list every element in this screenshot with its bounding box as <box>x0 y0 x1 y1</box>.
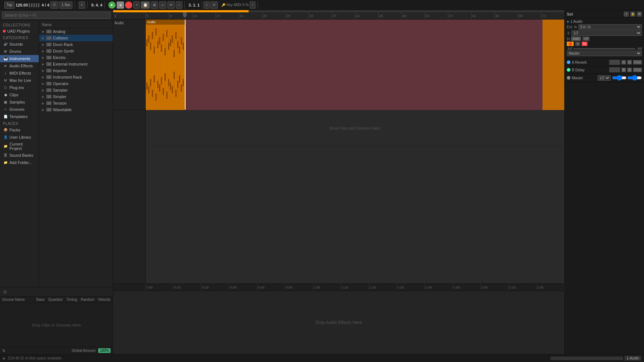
sidebar-item-user-library[interactable]: 👤 User Library <box>0 134 39 141</box>
send-b-solo-btn[interactable]: S <box>627 68 632 72</box>
time-sig-display[interactable]: 4 / 4 <box>42 3 49 7</box>
drum-synth-label: Drum Synth <box>53 49 74 53</box>
ruler-mark-5: 5 <box>146 12 169 19</box>
status-bar: ▶ 519:48:32 of disk space available. 1-A… <box>0 354 644 362</box>
bpm-display[interactable]: 120.00 <box>16 3 28 7</box>
instrument-item-collision[interactable]: ▶ ▪ Collision <box>39 35 113 41</box>
instrument-item-drum-rack[interactable]: ▶ ▪ Drum Rack <box>39 41 113 48</box>
pencil-icon[interactable]: ✐ <box>211 1 218 9</box>
sidebar-item-clips[interactable]: ◼ Clips <box>0 91 39 98</box>
cpu-meter <box>550 357 623 360</box>
sidebar-item-packs[interactable]: 📦 Packs <box>0 126 39 134</box>
templates-label: Templates <box>9 114 28 119</box>
time-210: 2:10 <box>508 284 536 291</box>
sidebar-item-sound-banks[interactable]: 🗄 Sound Banks <box>0 152 39 159</box>
browser-panel: Collections UAD Plugins Categories 🔊 Sou… <box>0 20 113 287</box>
instrument-item-drum-synth[interactable]: ▶ ▪ Drum Synth <box>39 48 113 54</box>
drum-synth-icon: ▪ <box>46 49 51 53</box>
send-a-solo-btn[interactable]: S <box>627 60 632 64</box>
detail-view-btn[interactable]: ▱ <box>159 1 166 9</box>
search-input[interactable] <box>2 12 111 19</box>
lock-icon[interactable]: 🔒 <box>630 12 635 17</box>
expand-btn[interactable]: › <box>250 1 255 9</box>
sidebar-item-uad-plugins[interactable]: UAD Plugins <box>0 28 39 34</box>
time-10: 0:10 <box>174 284 201 291</box>
master-route-select[interactable]: Master <box>567 51 642 56</box>
tap-button[interactable]: Tap <box>4 1 14 9</box>
monitor-off-btn[interactable]: Off <box>582 37 590 41</box>
sidebar-item-max-for-live[interactable]: M Max for Live <box>0 77 39 84</box>
record-button[interactable] <box>125 1 132 9</box>
sidebar-item-grooves[interactable]: ≈ Grooves <box>0 106 39 113</box>
sidebar-item-audio-effects[interactable]: ≋ Audio Effects <box>0 62 39 70</box>
master-controls <box>612 75 642 81</box>
sidebar-item-templates[interactable]: 📄 Templates <box>0 113 39 120</box>
instrument-item-sampler[interactable]: ▶ ▪ Sampler <box>39 87 113 93</box>
metronome-icon[interactable]: ⏱ <box>50 1 58 9</box>
monitor-auto-btn[interactable]: Auto <box>571 37 581 41</box>
send-b-s-btn[interactable]: B <box>622 68 626 72</box>
track-name-badge: 1-Audio <box>624 356 641 361</box>
electric-label: Electric <box>53 55 66 60</box>
search-bar <box>0 10 113 20</box>
groove-base-col: Base <box>36 298 45 302</box>
groove-expand-icon[interactable]: ⇅ <box>2 349 5 353</box>
sidebar-item-plug-ins[interactable]: ⬡ Plug-Ins <box>0 84 39 91</box>
solo-btn[interactable]: S <box>575 42 580 46</box>
automation-btn[interactable]: ○ <box>176 1 182 9</box>
instrument-item-operator[interactable]: ▶ ▪ Operator <box>39 80 113 87</box>
instrument-item-external-instrument[interactable]: ▶ ▪ External Instrument <box>39 61 113 67</box>
bar-mode-btn[interactable]: 1 Bar <box>59 1 72 9</box>
draw-mode-btn[interactable]: ✏ <box>167 1 175 9</box>
expand-arrow-drum-rack: ▶ <box>42 43 45 46</box>
instrument-item-tension[interactable]: ▶ ▪ Tension <box>39 100 113 106</box>
sidebar-item-midi-effects[interactable]: ♩ MIDI Effects <box>0 70 39 77</box>
stop-button[interactable]: ■ <box>117 1 124 9</box>
fader-track[interactable] <box>573 48 635 50</box>
sidebar-item-add-folder[interactable]: 📁 Add Folder... <box>0 159 39 166</box>
global-amount-value[interactable]: 100% <box>98 348 111 353</box>
time-220: 2:20 <box>536 284 564 291</box>
session-view-btn[interactable]: ⊞ <box>151 1 158 9</box>
sidebar-item-instruments[interactable]: 🎹 Instruments <box>0 55 39 62</box>
channel-select[interactable]: 1/2 <box>572 30 642 36</box>
position-display[interactable]: 9. 4. 4 <box>91 3 103 7</box>
uad-dot <box>3 30 6 33</box>
send-b-knob[interactable] <box>609 67 620 72</box>
settings-icon[interactable]: ⚙ <box>637 12 642 17</box>
sidebar-item-samples[interactable]: ▦ Samples <box>0 98 39 106</box>
instrument-item-analog[interactable]: ▶ ▪ Analog <box>39 28 113 35</box>
sidebar-item-drums[interactable]: ⊞ Drums <box>0 48 39 55</box>
instrument-item-electric[interactable]: ▶ ▪ Electric <box>39 54 113 61</box>
audio-clip[interactable]: Audio <box>146 20 185 110</box>
play-button[interactable]: ▶ <box>108 1 116 9</box>
add-favorites-btn[interactable]: ⊕ <box>3 289 7 295</box>
add-track-icon[interactable]: + <box>624 12 629 17</box>
master-channel-select[interactable]: 1/2 <box>598 75 611 81</box>
send-a-knob[interactable] <box>609 60 620 65</box>
right-position-display[interactable]: 3. 1. 1 <box>188 3 200 7</box>
sidebar-item-current-project[interactable]: 📁 Current Project <box>0 141 39 152</box>
master-fader-left[interactable] <box>612 75 627 81</box>
sidebar-item-sounds[interactable]: 🔊 Sounds <box>0 41 39 48</box>
audio-effects-label: Audio Effects <box>9 64 33 68</box>
instrument-item-impulse[interactable]: ▶ ▪ Impulse <box>39 67 113 74</box>
instrument-item-instrument-rack[interactable]: ▶ ▪ Instrument Rack <box>39 74 113 80</box>
ext-in-select[interactable]: Ext. In <box>578 24 642 30</box>
browser-right-content: Name ▶ ▪ Analog ▶ ▪ Collision ▶ ▪ Drum R… <box>39 20 113 287</box>
send-b-dot <box>567 68 570 72</box>
instrument-item-wavetable[interactable]: ▶ ▪ Wavetable <box>39 106 113 113</box>
master-fader-right[interactable] <box>627 75 642 81</box>
send-a-s-btn[interactable]: A <box>622 60 626 64</box>
loop-btn[interactable]: + <box>133 1 140 9</box>
send-a-post-btn[interactable]: Post <box>633 60 642 64</box>
midi-effects-icon: ♩ <box>3 71 8 76</box>
record-arm-btn[interactable]: 🔴 <box>567 42 574 46</box>
quantize-icon[interactable]: ⌇ <box>204 1 210 9</box>
instrument-item-simpler[interactable]: ▶ ▪ Simpler <box>39 93 113 100</box>
mute-btn[interactable]: M <box>582 42 587 46</box>
drum-rack-icon: ▪ <box>46 43 51 46</box>
arrange-view-btn[interactable]: 📋 <box>141 1 150 9</box>
send-b-post-btn[interactable]: Post <box>633 68 642 72</box>
add-btn[interactable]: + <box>79 1 85 9</box>
